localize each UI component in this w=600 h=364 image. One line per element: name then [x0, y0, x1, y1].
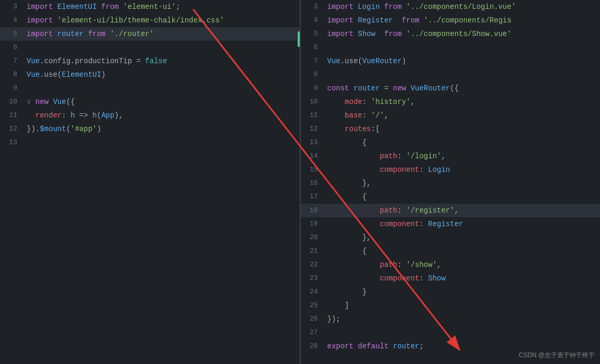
code-line: 6: [0, 41, 300, 54]
token: ,: [384, 111, 389, 120]
line-number: 13: [302, 136, 323, 149]
code-editor: 3import ElementUI from 'element-ui';4imp…: [0, 0, 600, 364]
line-content: const router = new VueRouter({: [323, 81, 601, 95]
token: },: [327, 179, 371, 187]
line-number: 28: [302, 339, 323, 353]
code-line: 26});: [301, 312, 601, 326]
line-number: 22: [302, 258, 323, 272]
line-number: 23: [302, 272, 323, 285]
token: '/login': [406, 152, 441, 160]
token: :: [362, 111, 371, 120]
token: path: [327, 206, 397, 215]
token: router: [393, 342, 419, 350]
token: 'element-ui': [123, 3, 176, 11]
line-number: 4: [302, 14, 323, 27]
line-number: 8: [302, 68, 323, 81]
line-content: ]: [323, 299, 601, 312]
token: :: [397, 206, 406, 215]
line-number: 14: [302, 149, 323, 163]
line-content: path: '/show',: [323, 258, 601, 272]
token: router: [57, 30, 88, 38]
token: ∨: [27, 98, 36, 106]
line-number: 13: [2, 136, 22, 149]
code-line: 13: [0, 136, 300, 149]
code-line: 14 path: '/login',: [301, 149, 601, 163]
line-content: import 'element-ui/lib/theme-chalk/index…: [22, 14, 300, 27]
line-content: import Show from '../components/Show.vue…: [323, 27, 601, 41]
line-number: 3: [2, 0, 22, 14]
token: component: [327, 274, 419, 283]
scroll-indicator: [298, 31, 300, 47]
line-number: 24: [302, 285, 323, 299]
code-line: 25 ]: [301, 299, 601, 312]
line-number: 9: [302, 81, 323, 95]
token: '../components/Regis: [423, 16, 511, 25]
token: routes: [327, 125, 371, 133]
token: ,: [410, 98, 415, 106]
line-number: 7: [302, 54, 323, 68]
code-line: 5import Show from '../components/Show.vu…: [301, 27, 601, 41]
code-line: 7Vue.config.productionTip = false: [0, 54, 300, 68]
token: VueRouter: [410, 84, 450, 92]
code-line: 10 mode: 'history',: [301, 95, 601, 109]
token: '../components/Show.vue': [406, 30, 512, 38]
token: ): [402, 57, 406, 65]
code-line: 10∨ new Vue({: [0, 95, 300, 109]
token: :: [419, 220, 428, 228]
token: ),: [114, 111, 123, 120]
line-number: 5: [2, 27, 22, 41]
code-line: 18 path: '/register',: [301, 204, 601, 217]
line-number: 6: [2, 41, 22, 54]
line-number: 3: [302, 0, 323, 14]
line-content: }: [323, 285, 601, 299]
code-line: 5import router from './router': [0, 27, 300, 41]
token: =>: [79, 111, 92, 120]
token: (: [97, 111, 101, 120]
token: :: [362, 98, 371, 106]
line-content: }).$mount('#app'): [22, 122, 300, 136]
token: '/': [371, 111, 384, 120]
code-line: 24 }: [301, 285, 601, 299]
code-line: 11 base: '/',: [301, 109, 601, 122]
token: 'history': [371, 98, 411, 106]
line-content: },: [323, 177, 601, 190]
token: render: [27, 111, 62, 120]
token: import: [327, 3, 358, 11]
line-content: component: Login: [323, 163, 601, 177]
token: :: [62, 111, 70, 120]
token: import: [27, 3, 57, 11]
code-line: 19 component: Register: [301, 217, 601, 231]
line-content: });: [323, 312, 601, 326]
line-content: path: '/login',: [323, 149, 601, 163]
token: Vue: [27, 57, 40, 65]
token: export: [327, 342, 358, 350]
line-number: 8: [2, 68, 22, 81]
line-content: },: [323, 231, 601, 244]
line-number: 25: [302, 299, 323, 312]
line-number: 12: [302, 122, 323, 136]
token: {: [327, 193, 367, 201]
token: component: [327, 220, 419, 228]
line-number: 18: [302, 204, 323, 217]
line-content: {: [323, 136, 601, 149]
left-code-lines: 3import ElementUI from 'element-ui';4imp…: [0, 0, 300, 149]
code-line: 16 },: [301, 177, 601, 190]
token: false: [145, 57, 167, 65]
token: from: [384, 3, 406, 11]
token: :[: [371, 125, 380, 133]
code-line: 22 path: '/show',: [301, 258, 601, 272]
code-line: 15 component: Login: [301, 163, 601, 177]
line-number: 11: [2, 109, 22, 122]
token: import: [327, 16, 358, 25]
token: ;: [176, 3, 180, 11]
token: Vue: [327, 57, 340, 65]
token: Register: [358, 16, 402, 25]
line-content: render: h => h(App),: [22, 109, 300, 122]
code-line: 6: [301, 41, 601, 54]
token: ,: [437, 261, 441, 269]
code-line: 21 {: [301, 244, 601, 258]
token: new: [36, 98, 53, 106]
line-number: 9: [2, 81, 22, 95]
line-content: path: '/register',: [323, 204, 601, 217]
token: const: [327, 84, 354, 92]
